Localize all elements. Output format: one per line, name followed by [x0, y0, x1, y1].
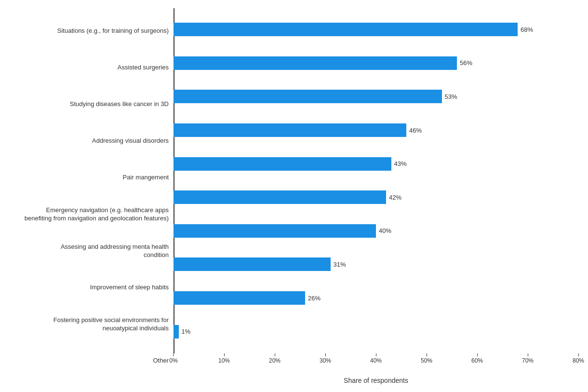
x-tick: 0% [169, 353, 177, 364]
bar-track: 43% [174, 157, 578, 171]
y-label: Assisted surgeries [118, 50, 169, 86]
bar-fill [174, 23, 518, 36]
bar-track: 53% [174, 90, 578, 103]
bar-track: 40% [174, 224, 578, 238]
y-label: Assesing and addressing menta healthcond… [61, 233, 169, 270]
x-tick-line [427, 353, 427, 356]
bar-track: 68% [174, 23, 578, 36]
x-tick: 40% [370, 353, 382, 364]
x-tick-line [578, 353, 579, 356]
x-tick-label: 40% [370, 357, 382, 364]
x-tick: 70% [522, 353, 534, 364]
bar-fill [174, 325, 179, 338]
x-tick-line [477, 353, 478, 356]
x-tick-label: 50% [421, 357, 432, 364]
x-tick-label: 70% [522, 357, 534, 364]
y-label: Other [153, 343, 169, 379]
bar-row: 40% [174, 214, 578, 248]
bar-row: 42% [174, 180, 578, 214]
bar-row: 56% [174, 46, 578, 80]
bar-row: 43% [174, 147, 578, 181]
bars-area: 68%56%53%46%43%42%40%31%26%1% [174, 8, 578, 353]
bar-value-label: 42% [389, 194, 401, 201]
bar-value-label: 31% [334, 261, 346, 268]
x-tick-label: 20% [269, 357, 281, 364]
bar-fill [174, 157, 391, 171]
x-tick: 50% [421, 353, 432, 364]
x-axis-title: Share of respondents [174, 377, 578, 384]
bar-fill [174, 56, 457, 70]
bar-value-label: 26% [308, 295, 321, 302]
y-label: Studying diseases like cancer in 3D [70, 86, 169, 123]
y-label: Emergency navigation (e.g. healthcare ap… [25, 196, 169, 233]
bars-and-xaxis: 68%56%53%46%43%42%40%31%26%1% 0%10%20%30… [174, 8, 578, 384]
x-tick: 20% [269, 353, 281, 364]
y-label: Fostering positive social environments f… [53, 306, 169, 343]
bar-row: 68% [174, 13, 578, 47]
bar-row: 46% [174, 113, 578, 147]
bar-value-label: 46% [409, 127, 422, 134]
x-tick-label: 30% [320, 357, 331, 364]
x-tick: 80% [573, 353, 584, 364]
bar-track: 46% [174, 123, 578, 137]
bar-track: 31% [174, 257, 578, 271]
x-tick-line [376, 353, 376, 356]
y-labels: Situations (e.g., for training of surgeo… [10, 8, 174, 384]
bar-track: 42% [174, 190, 578, 204]
bar-fill [174, 90, 442, 103]
y-label: Improvement of sleep habits [90, 270, 169, 306]
y-label: Addressing visual disorders [92, 123, 169, 160]
bar-value-label: 40% [379, 227, 391, 234]
bar-track: 26% [174, 291, 578, 305]
x-tick-label: 0% [169, 357, 177, 364]
bar-fill [174, 123, 406, 137]
x-tick-line [275, 353, 275, 356]
x-tick-label: 80% [573, 357, 584, 364]
x-tick-line [325, 353, 326, 356]
bar-value-label: 43% [394, 160, 407, 167]
x-tick: 30% [320, 353, 331, 364]
x-axis-area: 0%10%20%30%40%50%60%70%80% [174, 353, 578, 373]
y-label: Situations (e.g., for training of surgeo… [57, 13, 169, 50]
bar-row: 1% [174, 315, 578, 349]
bar-value-label: 1% [182, 328, 191, 335]
bar-fill [174, 224, 376, 238]
bar-row: 31% [174, 248, 578, 282]
bar-track: 1% [174, 325, 578, 338]
x-tick-line [224, 353, 225, 356]
bar-value-label: 68% [521, 26, 533, 33]
x-tick: 60% [471, 353, 483, 364]
bar-row: 53% [174, 80, 578, 114]
bars-section: 68%56%53%46%43%42%40%31%26%1% [174, 8, 578, 353]
bar-fill [174, 190, 386, 204]
x-tick-line [528, 353, 528, 356]
chart-container: Situations (e.g., for training of surgeo… [10, 8, 578, 384]
bar-value-label: 56% [460, 59, 472, 67]
bar-value-label: 53% [445, 93, 457, 100]
bar-row: 26% [174, 281, 578, 315]
chart-area: Situations (e.g., for training of surgeo… [10, 8, 578, 384]
bar-track: 56% [174, 56, 578, 70]
y-label: Pair mangement [123, 160, 169, 196]
x-tick-line [174, 353, 174, 356]
x-ticks: 0%10%20%30%40%50%60%70%80% [174, 353, 578, 373]
x-tick-label: 60% [471, 357, 483, 364]
x-tick-label: 10% [218, 357, 230, 364]
bar-fill [174, 291, 305, 305]
bar-fill [174, 257, 331, 271]
x-tick: 10% [218, 353, 230, 364]
